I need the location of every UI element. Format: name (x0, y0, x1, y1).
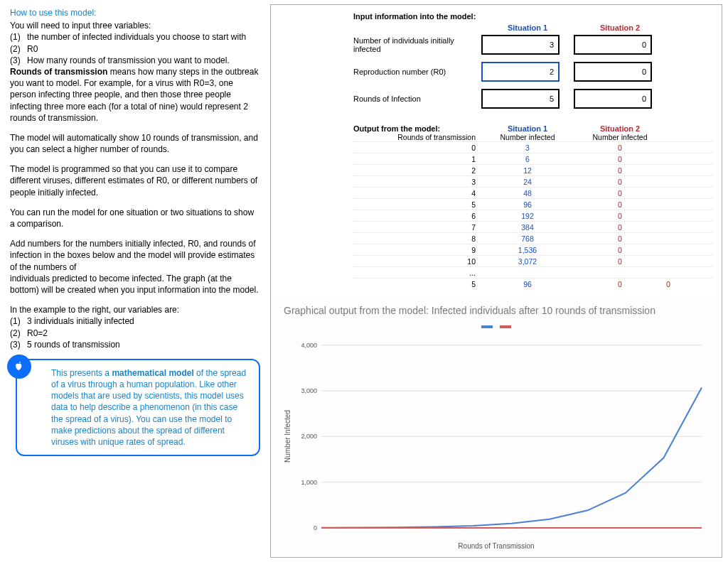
table-row: 160 (353, 153, 713, 164)
cell-round: 6 (353, 212, 481, 220)
cell-sit2: 0 (574, 144, 666, 152)
chart-area: Graphical output from the model: Infecte… (275, 299, 717, 553)
cell-sit1: 96 (481, 280, 574, 288)
table-row: 030 (353, 141, 713, 153)
input-label: Rounds of Infection (353, 94, 481, 103)
cell-round: 5 (353, 200, 481, 209)
cell-sit1: 384 (481, 223, 574, 232)
table-row: 73840 (353, 221, 713, 232)
cell-sit1: 12 (481, 166, 574, 175)
input-cell-sit2[interactable]: 0 (574, 62, 652, 82)
input-cell-sit2[interactable]: 0 (574, 89, 652, 109)
svg-text:1,000: 1,000 (301, 479, 317, 486)
table-row: 87680 (353, 232, 713, 244)
svg-text:4,000: 4,000 (301, 342, 317, 349)
x-axis-label: Rounds of Transmission (284, 542, 709, 550)
table-row: 2120 (353, 164, 713, 175)
heading: How to use this model: (10, 7, 260, 18)
cell-round: 4 (353, 189, 481, 198)
cell-round: 5 (353, 280, 481, 288)
cell-sit2: 0 (574, 280, 666, 288)
instructions-panel: How to use this model: You will need to … (0, 0, 270, 562)
cell-sit1: 48 (481, 189, 574, 198)
cell-sit1: 96 (481, 200, 574, 209)
out-sit1: Situation 1 (481, 124, 574, 133)
cell-sit2: 0 (574, 200, 666, 209)
cell-round: 0 (353, 144, 481, 152)
svg-text:3,000: 3,000 (301, 387, 317, 394)
cell-sit1: 6 (481, 155, 574, 163)
situation1-header: Situation 1 (481, 23, 574, 32)
cell-sit2: 0 (574, 257, 666, 266)
table-row: ... (353, 266, 713, 278)
input-cell-sit1[interactable]: 2 (481, 62, 560, 82)
table-row: 4480 (353, 187, 713, 198)
cell-round: ... (353, 269, 481, 277)
cell-round: 2 (353, 166, 481, 175)
apple-icon (7, 355, 31, 379)
cell-sit2: 0 (574, 246, 666, 254)
chart-plot: 01,0002,0003,0004,000 (291, 332, 709, 541)
legend-series2-icon (500, 325, 511, 328)
cell-sit2: 0 (574, 223, 666, 232)
cell-round: 3 (353, 178, 481, 186)
example-list: (1)3 individuals initially infected (2)R… (10, 315, 260, 350)
input-cell-sit2[interactable]: 0 (574, 35, 652, 55)
cell-sit1: 3 (481, 144, 574, 152)
p4: You can run the model for one situation … (10, 207, 260, 229)
cell-sit1: 3,072 (481, 257, 574, 266)
variable-list: (1)the number of infected individuals yo… (10, 31, 260, 66)
cell-sit1: 1,536 (481, 246, 574, 254)
cell-sit1: 24 (481, 178, 574, 186)
chart-title: Graphical output from the model: Infecte… (284, 305, 709, 316)
svg-text:0: 0 (314, 524, 317, 531)
cell-sit1: 192 (481, 212, 574, 220)
cell-sit2: 0 (574, 155, 666, 163)
input-row: Rounds of Infection50 (353, 89, 713, 109)
input-section: Input information into the model: Situat… (353, 12, 713, 109)
output-title: Output from the model: (353, 124, 481, 133)
legend-series1-icon (481, 325, 493, 328)
cell-sit2: 0 (574, 166, 666, 175)
p5b: individuals predicted to become infected… (10, 273, 260, 296)
table-row: 5960 (353, 198, 713, 210)
col-rounds: Rounds of transmission (353, 133, 481, 141)
cell-sit2: 0 (574, 189, 666, 198)
svg-text:2,000: 2,000 (301, 433, 317, 440)
cell-round: 10 (353, 257, 481, 266)
input-label: Number of individuals initially infected (353, 36, 481, 53)
input-cell-sit1[interactable]: 5 (481, 89, 560, 109)
cell-sit2: 0 (574, 234, 666, 243)
cell-sit1: 768 (481, 234, 574, 243)
cell-round: 7 (353, 223, 481, 232)
input-row: Reproduction number (R0)20 (353, 62, 713, 82)
table-row: 3240 (353, 175, 713, 187)
input-title: Input information into the model: (353, 12, 713, 21)
cell-round: 8 (353, 234, 481, 243)
input-label: Reproduction number (R0) (353, 67, 481, 76)
intro-text: You will need to input three variables: (10, 20, 260, 31)
table-row: 91,5360 (353, 244, 713, 255)
spreadsheet: Input information into the model: Situat… (275, 9, 717, 289)
cell-round: 1 (353, 155, 481, 163)
out-sit2: Situation 2 (574, 124, 666, 133)
chart-legend (284, 320, 709, 330)
table-row: 103,0720 (353, 255, 713, 266)
col-infected1: Number infected (481, 133, 574, 141)
callout-text: This presents a mathematical model of th… (16, 359, 260, 456)
cell-sit2: 0 (574, 178, 666, 186)
p3: The model is programmed so that you can … (10, 163, 260, 198)
table-row: 59600 (353, 278, 713, 289)
callout-box: This presents a mathematical model of th… (10, 359, 260, 456)
input-cell-sit1[interactable]: 3 (481, 35, 560, 55)
rounds-para: Rounds of transmission means how many st… (10, 66, 260, 124)
input-row: Number of individuals initially infected… (353, 35, 713, 55)
y-axis-label: Number Infected (284, 332, 291, 541)
col-infected2: Number infected (574, 133, 666, 141)
model-panel: Input information into the model: Situat… (270, 4, 722, 558)
cell-extra: 0 (666, 280, 680, 288)
cell-sit2: 0 (574, 212, 666, 220)
p2: The model will automatically show 10 rou… (10, 132, 260, 155)
situation2-header: Situation 2 (574, 23, 666, 32)
cell-round: 9 (353, 246, 481, 254)
